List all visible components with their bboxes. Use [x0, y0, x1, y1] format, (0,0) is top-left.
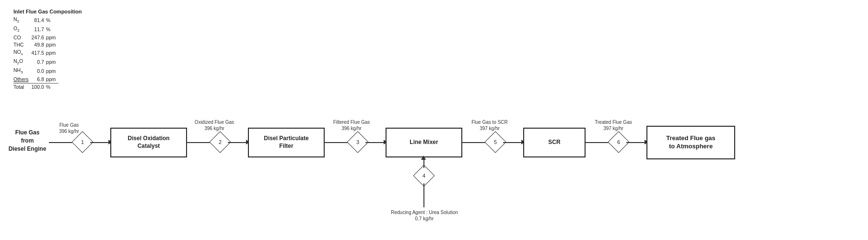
connector-6-label: 6	[617, 139, 620, 145]
composition-row-n2: N2 81.4 %	[13, 16, 59, 25]
composition-table: N2 81.4 % O2 11.7 % CO 247.6 ppm THC 49.…	[13, 16, 59, 91]
composition-row-co: CO 247.6 ppm	[13, 34, 59, 41]
connector-1-label: 1	[81, 139, 84, 145]
composition-section: Inlet Flue Gas Composition N2 81.4 % O2 …	[13, 9, 82, 91]
arrow-d5-scr	[503, 142, 523, 143]
arrow-d2-dpf	[228, 142, 248, 143]
connector-3-label: 3	[356, 139, 359, 145]
flow-label-4: Flue Gas to SCR397 kg/hr	[463, 119, 516, 132]
doc-box: Disel OxidationCatalyst	[110, 128, 187, 157]
composition-row-nh3: NH3 0.0 ppm	[13, 67, 59, 76]
source-label: Flue GasfromDiesel Engine	[6, 129, 49, 153]
connector-2-label: 2	[219, 139, 222, 145]
composition-row-o2: O2 11.7 %	[13, 25, 59, 34]
flow-label-5: Treated Flue Gas397 kg/hr	[587, 119, 640, 132]
arrow-d6-dest	[626, 142, 646, 143]
arrowhead-up-lm	[422, 156, 425, 159]
flow-label-3: Filtered Flue Gas396 kg/hr	[325, 119, 378, 132]
arrow-d4-down	[423, 183, 424, 207]
composition-row-n2o: N2O 0.7 ppm	[13, 58, 59, 67]
connector-5-label: 5	[494, 139, 497, 145]
arrow-d1-doc	[90, 142, 110, 143]
scr-box: SCR	[523, 128, 586, 157]
composition-row-others: Others 6.8 ppm	[13, 76, 59, 84]
line-mixer-box: Line Mixer	[386, 128, 462, 157]
destination-box: Treated Flue gasto Atmosphere	[646, 126, 735, 159]
dpf-box: Disel ParticulateFilter	[248, 128, 325, 157]
composition-title: Inlet Flue Gas Composition	[13, 9, 82, 14]
reducing-agent-label: Reducing Agent : Urea Solution0.7 kg/hr	[379, 209, 470, 222]
connector-4-label: 4	[422, 173, 425, 179]
arrow-d3-lm	[365, 142, 386, 143]
flow-diagram: Flue GasfromDiesel Engine Flue Gas396 kg…	[0, 96, 868, 240]
composition-row-total: Total 100.0 %	[13, 83, 59, 91]
flow-label-2: Oxidized Flue Gas396 kg/hr	[188, 119, 241, 132]
composition-row-nox: NOx 417.5 ppm	[13, 48, 59, 58]
composition-row-thc: THC 49.8 ppm	[13, 41, 59, 48]
